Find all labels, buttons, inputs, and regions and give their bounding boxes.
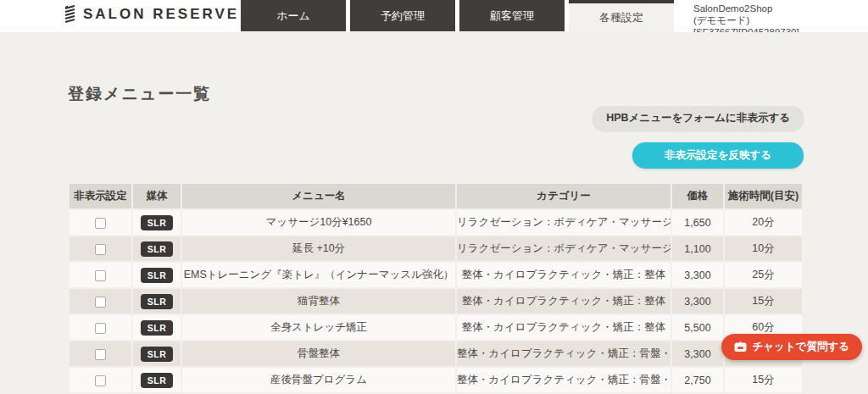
hidden-setting-checkbox[interactable] xyxy=(95,297,106,308)
category-cell: リラクゼーション：ボディケア・マッサージ xyxy=(457,210,670,235)
hidden-setting-cell xyxy=(70,368,131,392)
tab-settings[interactable]: 各種設定 xyxy=(569,0,674,32)
col-header-price: 価格 xyxy=(672,184,723,208)
category-cell: 整体・カイロプラクティック・矯正：整体 xyxy=(457,289,670,314)
menu-table-row: SLR延長 +10分リラクゼーション：ボディケア・マッサージ1,10010分 xyxy=(70,236,802,261)
media-badge: SLR xyxy=(141,268,174,283)
category-cell: リラクゼーション：ボディケア・マッサージ xyxy=(457,236,670,261)
media-cell: SLR xyxy=(133,210,181,235)
menu-table-row: SLREMSトレーニング『楽トレ』（インナーマッスル強化）整体・カイロプラクティ… xyxy=(70,263,802,287)
media-cell: SLR xyxy=(133,236,181,261)
menu-name-cell: 産後骨盤プログラム xyxy=(182,368,455,392)
hidden-setting-cell xyxy=(70,341,131,366)
top-header: SALON RESERVE ホーム 予約管理 顧客管理 各種設定 SalonDe… xyxy=(0,0,868,32)
table-header-row: 非表示設定 媒体 メニュー名 カテゴリー 価格 施術時間(目安) xyxy=(70,184,802,208)
hidden-setting-cell xyxy=(70,210,131,235)
page-title: 登録メニュー一覧 xyxy=(68,83,211,105)
menu-table-row: SLR猫背整体整体・カイロプラクティック・矯正：整体3,30015分 xyxy=(70,289,802,314)
hpb-hide-menu-button[interactable]: HPBメニューをフォームに非表示する xyxy=(593,106,804,130)
media-badge: SLR xyxy=(141,373,174,388)
menu-name-cell: 全身ストレッチ矯正 xyxy=(182,315,455,340)
menu-name-cell: マッサージ10分¥1650 xyxy=(182,210,455,235)
tab-reservations[interactable]: 予約管理 xyxy=(350,0,455,31)
menu-table-row: SLR産後骨盤プログラム整体・カイロプラクティック・矯正：骨盤・美容矯正2,75… xyxy=(70,368,802,392)
menu-name-cell: 延長 +10分 xyxy=(182,236,455,261)
price-cell: 1,100 xyxy=(672,236,723,261)
col-header-menu-name: メニュー名 xyxy=(182,184,455,208)
hidden-setting-checkbox[interactable] xyxy=(95,349,106,360)
menu-table-row: SLRマッサージ10分¥1650リラクゼーション：ボディケア・マッサージ1,65… xyxy=(70,210,802,235)
price-cell: 3,300 xyxy=(672,263,723,287)
media-badge: SLR xyxy=(141,215,174,230)
menu-name-cell: 骨盤整体 xyxy=(182,341,455,366)
category-cell: 整体・カイロプラクティック・矯正：整体 xyxy=(457,315,670,340)
brand-logo: SALON RESERVE xyxy=(64,5,239,24)
media-cell: SLR xyxy=(133,341,181,366)
menu-name-cell: 猫背整体 xyxy=(182,289,455,314)
hidden-setting-cell xyxy=(70,289,131,314)
hidden-setting-cell xyxy=(70,315,131,340)
action-buttons: HPBメニューをフォームに非表示する 非表示設定を反映する xyxy=(593,106,804,169)
duration-cell: 10分 xyxy=(725,236,802,261)
price-cell: 3,300 xyxy=(672,341,723,366)
hidden-setting-checkbox[interactable] xyxy=(95,270,106,281)
price-cell: 1,650 xyxy=(672,210,723,235)
col-header-duration: 施術時間(目安) xyxy=(725,184,802,208)
registered-menu-table: 非表示設定 媒体 メニュー名 カテゴリー 価格 施術時間(目安) SLRマッサー… xyxy=(68,182,804,394)
col-header-category: カテゴリー xyxy=(457,184,670,208)
hidden-setting-checkbox[interactable] xyxy=(95,244,106,255)
hidden-setting-cell xyxy=(70,263,131,287)
menu-table-row: SLR全身ストレッチ矯正整体・カイロプラクティック・矯正：整体5,50060分 xyxy=(70,315,802,340)
duration-cell: 20分 xyxy=(725,210,802,235)
media-badge: SLR xyxy=(141,294,174,309)
shop-name: SalonDemo2Shop xyxy=(693,3,799,14)
menu-table-row: SLR骨盤整体整体・カイロプラクティック・矯正：骨盤・美容矯正3,30015分 xyxy=(70,341,802,366)
brand-name: SALON RESERVE xyxy=(83,6,239,23)
duration-cell: 15分 xyxy=(725,368,802,392)
category-cell: 整体・カイロプラクティック・矯正：骨盤・美容矯正 xyxy=(457,341,670,366)
duration-cell: 25分 xyxy=(725,263,802,287)
col-header-hidden-setting: 非表示設定 xyxy=(70,184,131,208)
shop-mode: (デモモード) xyxy=(693,14,799,26)
media-badge: SLR xyxy=(141,241,174,257)
media-badge: SLR xyxy=(141,320,174,336)
chat-robot-icon xyxy=(734,341,747,353)
hidden-setting-cell xyxy=(70,236,131,261)
price-cell: 3,300 xyxy=(672,289,723,314)
tab-customers[interactable]: 顧客管理 xyxy=(459,0,565,31)
media-cell: SLR xyxy=(133,368,181,392)
price-cell: 2,750 xyxy=(672,368,723,392)
zigzag-logo-icon xyxy=(64,5,75,24)
chat-button-label: チャットで質問する xyxy=(752,340,849,354)
menu-name-cell: EMSトレーニング『楽トレ』（インナーマッスル強化） xyxy=(182,263,455,287)
hidden-setting-checkbox[interactable] xyxy=(95,375,106,386)
media-cell: SLR xyxy=(133,315,181,340)
col-header-media: 媒体 xyxy=(133,184,181,208)
media-cell: SLR xyxy=(133,289,181,314)
hidden-setting-checkbox[interactable] xyxy=(95,218,106,229)
hidden-setting-checkbox[interactable] xyxy=(95,323,106,334)
chat-question-button[interactable]: チャットで質問する xyxy=(721,334,862,360)
main-nav: ホーム 予約管理 顧客管理 各種設定 xyxy=(241,0,674,31)
duration-cell: 15分 xyxy=(725,289,802,314)
category-cell: 整体・カイロプラクティック・矯正：骨盤・美容矯正 xyxy=(457,368,670,392)
price-cell: 5,500 xyxy=(672,315,723,340)
category-cell: 整体・カイロプラクティック・矯正：整体 xyxy=(457,263,670,287)
media-cell: SLR xyxy=(133,263,181,287)
apply-hidden-settings-button[interactable]: 非表示設定を反映する xyxy=(632,142,804,169)
media-badge: SLR xyxy=(141,347,174,362)
tab-home[interactable]: ホーム xyxy=(241,0,346,31)
